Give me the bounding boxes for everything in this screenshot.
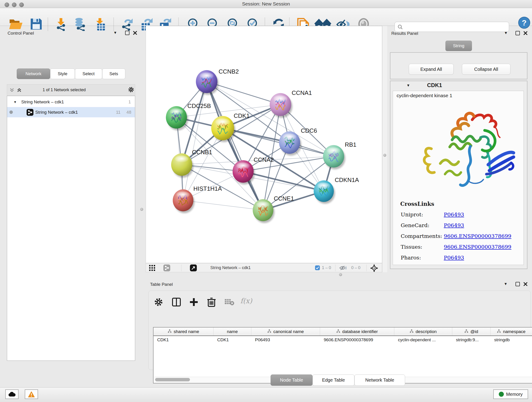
add-column-icon[interactable] (189, 297, 199, 308)
crosslink-link[interactable]: 9606.ENSP00000378699 (444, 233, 511, 239)
tab-select[interactable]: Select (75, 69, 102, 79)
table-cell[interactable]: 9606.ENSP00000378699 (320, 336, 394, 344)
hidden-count: 0 – 0 (351, 265, 360, 270)
column-header-name[interactable]: name (214, 327, 251, 336)
float-panel-button[interactable] (515, 31, 520, 36)
collection-label: String Network – cdk1 (21, 99, 64, 104)
crosslink-label: Pharos: (401, 255, 421, 261)
network-node-CCNB2[interactable] (196, 70, 219, 95)
table-panel-box: f(x) shared namenamecanonical namedataba… (148, 291, 531, 370)
column-header-namespace[interactable]: namespace (491, 327, 532, 336)
tab-node-table[interactable]: Node Table (271, 375, 312, 386)
table-cell[interactable]: cyclin-dependent ... (394, 336, 452, 344)
results-actions-box: Expand All Collapse All (390, 52, 527, 79)
table-cell[interactable]: CDK1 (214, 336, 251, 344)
birds-eye-view-icon[interactable] (149, 265, 155, 272)
crosslink-row: Compartments:9606.ENSP00000378699 (393, 231, 524, 242)
column-tree-icon (336, 329, 340, 334)
column-header-shared-name[interactable]: shared name (153, 327, 214, 336)
selected-checkbox[interactable] (315, 265, 320, 271)
tab-network[interactable]: Network (17, 69, 50, 79)
table-header-row: shared namenamecanonical namedatabase id… (153, 327, 532, 336)
vertical-splitter-handle-right[interactable] (383, 154, 386, 157)
control-panel: Control Panel ▼ Network Style Select Set… (2, 27, 138, 386)
network-node-CCNA1[interactable] (270, 93, 292, 118)
statusbar-separator (335, 264, 336, 271)
collapse-panel-button[interactable]: ▼ (112, 30, 118, 35)
share-view-icon[interactable] (163, 264, 170, 272)
table-cell[interactable]: stringdb (491, 336, 532, 344)
crosslink-label: GeneCard: (401, 222, 429, 228)
node-label-CDKN1A: CDKN1A (335, 177, 359, 183)
open-in-window-icon[interactable] (190, 264, 197, 272)
network-node-CDC6[interactable] (279, 131, 301, 156)
float-panel-button[interactable] (515, 281, 520, 287)
network-node-RB1[interactable] (323, 145, 345, 169)
column-label: namespace (503, 329, 525, 334)
network-badge-icon (27, 109, 33, 116)
column-header-database-identifier[interactable]: database identifier (320, 327, 394, 336)
collapse-panel-button[interactable]: ▼ (503, 31, 509, 36)
tab-string[interactable]: String (445, 41, 472, 51)
table-row[interactable]: CDK1CDK1P064939606.ENSP00000378699cyclin… (153, 336, 532, 344)
warning-button[interactable] (25, 389, 38, 399)
entry-details: cyclin-dependent kinase 1 (393, 91, 524, 265)
show-columns-icon[interactable] (172, 297, 181, 308)
column-label: name (227, 329, 238, 334)
network-node-CCNE1[interactable] (253, 199, 274, 223)
network-collection-row[interactable]: ▼ String Network – cdk1 1 (7, 97, 135, 107)
results-panel-title: Results Panel (391, 31, 418, 36)
crosslink-row: Tissues:9606.ENSP00000378699 (393, 242, 524, 253)
column-header--id[interactable]: @id (452, 327, 491, 336)
entry-collapse-icon[interactable]: ▼ (406, 83, 410, 88)
float-panel-button[interactable] (124, 30, 130, 35)
table-cell[interactable]: P06493 (251, 336, 320, 344)
network-node-CDC25B[interactable] (166, 106, 188, 130)
delete-column-icon[interactable] (207, 297, 216, 308)
network-options-gear-icon[interactable] (128, 87, 134, 92)
network-list-header: 1 of 1 Network selected (7, 84, 135, 96)
crosslink-link[interactable]: P06493 (444, 211, 464, 217)
crosslink-link[interactable]: 9606.ENSP00000378699 (444, 244, 511, 250)
network-node-HIST1H1A[interactable] (173, 189, 195, 213)
collapse-all-button[interactable]: Collapse All (462, 64, 510, 75)
window-title: Session: New Session (0, 1, 532, 7)
column-header-canonical-name[interactable]: canonical name (251, 327, 320, 336)
vertical-splitter-right[interactable] (382, 26, 387, 272)
results-panel: Results Panel ▼ String Expand All Collap… (387, 26, 532, 276)
node-label-CCNA2: CCNA2 (254, 156, 274, 163)
scrollbar-thumb[interactable] (155, 378, 190, 381)
tab-sets[interactable]: Sets (102, 69, 125, 79)
fit-content-crosshair-icon[interactable] (370, 264, 378, 273)
crosslink-link[interactable]: P06493 (444, 255, 464, 261)
table-cell[interactable]: CDK1 (153, 336, 214, 344)
crosslink-label: Compartments: (401, 233, 442, 239)
network-canvas[interactable]: CCNB2CCNA1CDC25BCDK1CDC6RB1CCNB1CCNA2CDK… (146, 26, 382, 263)
expand-all-button[interactable]: Expand All (409, 64, 454, 75)
network-node-CDKN1A[interactable] (314, 180, 335, 204)
tab-network-table[interactable]: Network Table (355, 375, 405, 386)
vertical-splitter-handle-left[interactable] (140, 208, 143, 211)
close-panel-button[interactable] (522, 281, 528, 287)
crosslink-link[interactable]: P06493 (444, 222, 464, 228)
tab-edge-table[interactable]: Edge Table (312, 375, 355, 386)
table-cell[interactable]: stringdb:9... (452, 336, 491, 344)
network-status-dot (9, 110, 13, 114)
memory-label: Memory (506, 392, 523, 397)
horizontal-splitter-handle[interactable] (339, 273, 342, 276)
cloud-button[interactable] (5, 389, 19, 399)
node-label-CDC25B: CDC25B (187, 102, 211, 109)
tab-style[interactable]: Style (50, 69, 75, 79)
column-label: shared name (174, 329, 199, 334)
memory-button[interactable]: Memory (493, 389, 528, 399)
column-header-description[interactable]: description (394, 327, 452, 336)
collapse-panel-button[interactable]: ▼ (503, 281, 509, 287)
network-row-selected[interactable]: String Network – cdk1 11 48 (7, 107, 135, 117)
close-panel-button[interactable] (132, 30, 138, 35)
network-node-CDK1[interactable] (211, 116, 235, 142)
control-panel-title: Control Panel (7, 31, 34, 36)
table-options-gear-icon[interactable] (154, 298, 163, 307)
node-label-RB1: RB1 (345, 141, 356, 148)
tree-expand-icon[interactable]: ▼ (13, 100, 17, 104)
close-panel-button[interactable] (522, 31, 528, 36)
